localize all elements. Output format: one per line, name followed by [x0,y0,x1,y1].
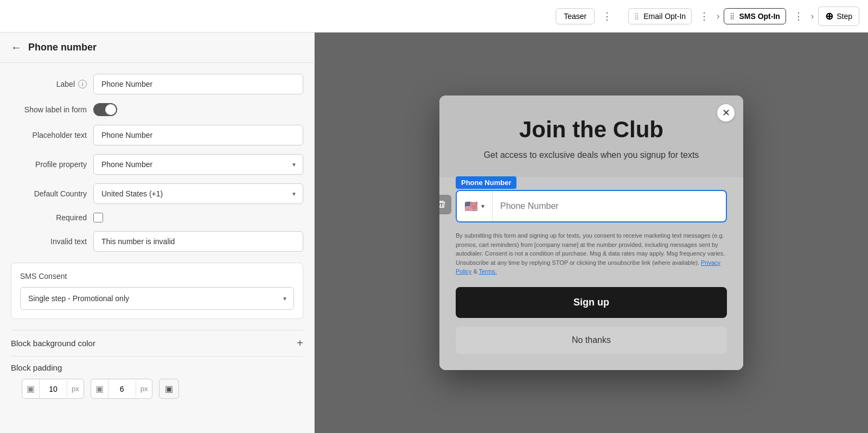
profile-property-row: Profile property Phone Number [11,154,303,175]
block-background-title: Block background color [11,339,95,348]
sms-consent-title: SMS Consent [20,272,294,281]
placeholder-row: Placeholder text [11,125,303,145]
phone-field-container: Phone Number 🇺🇸 ▾ [456,177,727,231]
nav-arrow-1: › [717,11,719,21]
invalid-text-row: Invalid text [11,231,303,252]
required-label: Required [11,213,87,222]
phone-input-container[interactable]: 🇺🇸 ▾ [456,190,727,222]
modal-body: Phone Number 🇺🇸 ▾ [439,177,743,370]
sms-optin-step[interactable]: ⣿ SMS Opt-In [724,8,786,24]
placeholder-input[interactable] [93,125,303,145]
sms-optin-label: SMS Opt-In [739,12,780,21]
block-padding-title: Block padding [11,363,62,372]
invalid-text-label: Invalid text [11,237,87,246]
panel-title: Phone number [28,42,97,53]
modal-header: Join the Club Get access to exclusive de… [439,95,743,177]
default-country-row: Default Country United States (+1) [11,183,303,204]
padding-left-unit: px [67,380,84,397]
modal-subtitle: Get access to exclusive deals when you s… [461,149,722,161]
teaser-more-button[interactable]: ⋮ [599,8,615,24]
sms-consent-section: SMS Consent Single step - Promotional on… [11,263,303,319]
sms-grid-icon: ⣿ [730,12,735,20]
padding-left-field: ▣ px [22,379,84,399]
delete-field-button[interactable] [439,195,451,214]
email-optin-step[interactable]: ⣿ Email Opt-In [628,8,692,24]
profile-property-select[interactable]: Phone Number [93,154,303,175]
invalid-text-input[interactable] [93,231,303,252]
default-country-select[interactable]: United States (+1) [93,183,303,204]
label-info-icon[interactable]: i [78,80,87,88]
padding-left-input[interactable] [40,380,67,398]
padding-all-button[interactable]: ▣ [159,379,179,399]
padding-right-input[interactable] [108,380,136,398]
padding-right-unit: px [136,380,152,397]
label-field-label: Label i [11,80,87,88]
terms-link[interactable]: Terms. [479,268,497,275]
phone-flag-select[interactable]: 🇺🇸 ▾ [457,191,493,221]
block-padding-header: Block padding [11,356,303,379]
profile-property-label: Profile property [11,160,87,169]
right-panel: ✕ Join the Club Get access to exclusive … [315,33,868,433]
flag-chevron-icon: ▾ [481,202,484,210]
padding-left-icon: ▣ [22,379,40,398]
left-panel: ← Phone number Label i Show label in for… [0,33,315,433]
phone-input-field[interactable] [493,193,726,220]
add-step-label: Step [837,12,852,21]
modal-overlay: ✕ Join the Club Get access to exclusive … [439,95,743,370]
nav-arrow-2: › [811,11,814,21]
sms-consent-select-wrapper: Single step - Promotional only [20,287,294,310]
field-label-tag-row: Phone Number [456,177,727,190]
back-button[interactable]: ← [11,41,22,54]
field-label-tag: Phone Number [456,176,516,189]
email-optin-label: Email Opt-In [643,12,686,21]
profile-property-select-wrapper: Phone Number [93,154,303,175]
panel-body: Label i Show label in form Placeholder t… [0,63,314,330]
sms-more-button[interactable]: ⋮ [790,8,807,24]
no-thanks-button[interactable]: No thanks [456,327,727,354]
toggle-knob [105,104,116,115]
email-grid-icon: ⣿ [634,12,639,20]
phone-field-inner: Phone Number 🇺🇸 ▾ [456,177,727,231]
modal-title: Join the Club [461,117,722,142]
block-padding-section: Block padding ▣ px ▣ px ▣ [0,356,314,410]
main-layout: ← Phone number Label i Show label in for… [0,33,868,433]
email-more-button[interactable]: ⋮ [696,8,712,24]
consent-and: & [473,268,478,275]
block-background-header[interactable]: Block background color + [11,330,303,356]
top-nav: Teaser ⋮ ⣿ Email Opt-In ⋮ › ⣿ SMS Opt-In… [0,0,868,33]
default-country-select-wrapper: United States (+1) [93,183,303,204]
placeholder-field-label: Placeholder text [11,131,87,139]
padding-right-field: ▣ px [91,379,153,399]
padding-right-icon: ▣ [91,379,108,398]
padding-row: ▣ px ▣ px ▣ [22,379,292,399]
sms-consent-select[interactable]: Single step - Promotional only [20,287,294,310]
add-step-button[interactable]: ⊕ Step [818,7,859,26]
label-row: Label i [11,74,303,94]
consent-text: By submitting this form and signing up f… [456,231,727,276]
required-checkbox[interactable] [93,213,103,222]
teaser-button[interactable]: Teaser [556,8,595,24]
add-background-icon: + [297,337,303,349]
padding-inputs: ▣ px ▣ px ▣ [11,379,303,410]
flag-emoji: 🇺🇸 [464,200,478,213]
panel-header: ← Phone number [0,33,314,63]
required-row: Required [11,213,303,222]
modal-card: Join the Club Get access to exclusive de… [439,95,743,370]
block-background-section: Block background color + [0,330,314,356]
show-label-toggle[interactable] [93,103,117,116]
show-label-field-label: Show label in form [11,105,87,114]
show-label-row: Show label in form [11,103,303,116]
label-input[interactable] [93,74,303,94]
trash-icon [439,200,446,209]
signup-button[interactable]: Sign up [456,287,727,318]
default-country-label: Default Country [11,189,87,198]
